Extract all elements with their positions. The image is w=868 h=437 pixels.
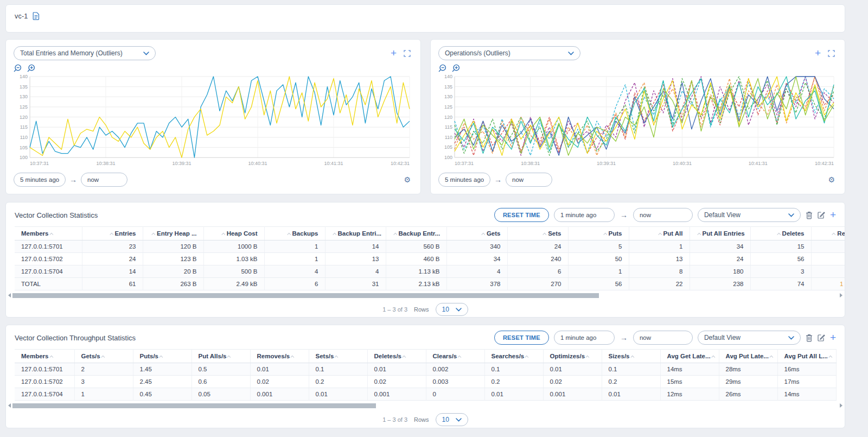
- sort-caret-icon: [828, 356, 832, 359]
- column-header-avg-put-late[interactable]: Avg Put Late...: [719, 350, 777, 363]
- column-header-puts-s[interactable]: Puts/s: [133, 350, 192, 363]
- column-header-put-all[interactable]: Put All: [629, 227, 690, 240]
- gear-icon[interactable]: ⚙: [404, 175, 413, 184]
- column-header-deletes-s[interactable]: Deletes/s: [367, 350, 426, 363]
- gear-icon[interactable]: ⚙: [828, 175, 837, 184]
- table-time-to-input[interactable]: [633, 208, 693, 222]
- column-header-sets-s[interactable]: Sets/s: [309, 350, 367, 363]
- column-header-heap-cost[interactable]: Heap Cost: [203, 227, 264, 240]
- pagination: 1 – 3 of 3Rows10: [6, 413, 845, 426]
- add-chart-icon[interactable]: +: [391, 49, 397, 57]
- scrollbar-thumb[interactable]: [12, 403, 376, 408]
- scroll-right-icon[interactable]: [840, 403, 843, 408]
- sort-caret-icon: [49, 356, 53, 359]
- cell: 0.02: [367, 376, 426, 388]
- scroll-left-icon[interactable]: [8, 403, 11, 408]
- column-header-removes-s[interactable]: Removes/s: [250, 350, 309, 363]
- time-from-input[interactable]: [438, 173, 490, 187]
- zoom-in-icon[interactable]: [452, 64, 460, 72]
- chart-corner-icons: +: [815, 49, 837, 57]
- column-header-sizes-s[interactable]: Sizes/s: [602, 350, 660, 363]
- column-header-removes[interactable]: Removes: [811, 227, 845, 240]
- scrollbar-thumb[interactable]: [12, 293, 599, 298]
- zoom-out-icon[interactable]: [438, 64, 446, 72]
- edit-view-button[interactable]: [818, 211, 825, 219]
- metric-selector[interactable]: Total Entries and Memory (Outliers): [14, 46, 156, 60]
- reset-time-button[interactable]: RESET TIME: [494, 208, 549, 222]
- cell: 29ms: [719, 376, 777, 388]
- document-icon[interactable]: [33, 12, 40, 22]
- column-header-backup-entr[interactable]: Backup Entr...: [386, 227, 446, 240]
- column-header-puts[interactable]: Puts: [568, 227, 629, 240]
- cell: 0.2: [484, 376, 543, 388]
- column-header-put-alls-s[interactable]: Put Alls/s: [192, 350, 250, 363]
- cell: 0.02: [543, 376, 602, 388]
- cell: 50: [568, 253, 629, 265]
- column-header-entries[interactable]: Entries: [82, 227, 143, 240]
- expand-icon[interactable]: [404, 50, 411, 57]
- cell: 14: [325, 240, 386, 253]
- cell: 0.01: [543, 363, 602, 376]
- column-header-members[interactable]: Members: [15, 350, 74, 363]
- chart-toolbar: Operations/s (Outliers)+: [438, 46, 837, 60]
- scrollbar-track[interactable]: [12, 293, 838, 298]
- column-header-clears-s[interactable]: Clears/s: [426, 350, 484, 363]
- table-time-to-input[interactable]: [633, 331, 693, 345]
- column-header-searches-s[interactable]: Searches/s: [484, 350, 543, 363]
- add-view-icon[interactable]: +: [830, 211, 836, 219]
- column-header-backups[interactable]: Backups: [264, 227, 325, 240]
- delete-view-button[interactable]: [806, 334, 813, 342]
- reset-time-button[interactable]: RESET TIME: [494, 331, 549, 345]
- pagination-rows-label: Rows: [414, 306, 429, 313]
- add-view-icon[interactable]: +: [830, 334, 836, 341]
- scroll-right-icon[interactable]: [840, 293, 843, 297]
- edit-icon: [818, 334, 825, 341]
- column-header-sets[interactable]: Sets: [507, 227, 568, 240]
- time-to-input[interactable]: [81, 173, 127, 187]
- cell: 1.03 kB: [203, 253, 264, 265]
- zoom-in-icon[interactable]: [27, 64, 35, 72]
- zoom-out-icon[interactable]: [14, 64, 22, 72]
- column-header-gets[interactable]: Gets: [446, 227, 507, 240]
- cell: 127.0.0.1:5704: [15, 265, 82, 278]
- cell: 0: [426, 388, 484, 401]
- add-chart-icon[interactable]: +: [815, 49, 821, 57]
- scroll-left-icon[interactable]: [8, 293, 11, 297]
- column-header-members[interactable]: Members: [15, 227, 82, 240]
- page-size-selector[interactable]: 10: [436, 413, 468, 426]
- time-to-input[interactable]: [506, 173, 552, 187]
- x-tick-label: 10:39:31: [597, 161, 616, 166]
- delete-view-button[interactable]: [806, 211, 813, 219]
- metric-selector[interactable]: Operations/s (Outliers): [438, 46, 580, 60]
- table-header-bar: Vector Collection Throughput StatisticsR…: [6, 325, 845, 349]
- column-header-deletes[interactable]: Deletes: [750, 227, 811, 240]
- column-header-avg-get-late[interactable]: Avg Get Late...: [660, 350, 719, 363]
- column-header-entry-heap[interactable]: Entry Heap ...: [143, 227, 203, 240]
- view-selector[interactable]: Default View: [698, 331, 801, 345]
- y-tick-label: 110: [20, 135, 28, 140]
- sort-caret-icon: [711, 356, 715, 359]
- time-from-input[interactable]: [14, 173, 66, 187]
- table-time-from-input[interactable]: [554, 331, 615, 345]
- page-title: vc-1: [15, 12, 28, 20]
- sort-caret-icon: [585, 356, 589, 359]
- page-size-selector[interactable]: 10: [436, 303, 468, 316]
- table-row: 127.0.0.1:57041420 B500 B441.13 kB461818…: [15, 265, 845, 278]
- column-header-gets-s[interactable]: Gets/s: [74, 350, 133, 363]
- table-time-from-input[interactable]: [554, 208, 615, 222]
- cell: 14: [82, 265, 143, 278]
- cell: 34: [690, 240, 750, 253]
- column-header-backup-entri[interactable]: Backup Entri...: [325, 227, 386, 240]
- y-tick-label: 120: [20, 115, 28, 120]
- line-chart: 10010511011512012513013514010:37:3110:38…: [438, 74, 837, 170]
- scrollbar-track[interactable]: [12, 403, 838, 408]
- cell: 0.5: [192, 363, 250, 376]
- edit-view-button[interactable]: [818, 334, 825, 341]
- sort-caret-icon: [227, 356, 231, 359]
- column-header-optimizes-s[interactable]: Optimizes/s: [543, 350, 602, 363]
- view-selector[interactable]: Default View: [698, 208, 801, 222]
- column-header-put-all-entries[interactable]: Put All Entries: [690, 227, 750, 240]
- cell: 8: [629, 265, 690, 278]
- column-header-avg-put-all-l[interactable]: Avg Put All L...: [777, 350, 836, 363]
- expand-icon[interactable]: [828, 50, 835, 57]
